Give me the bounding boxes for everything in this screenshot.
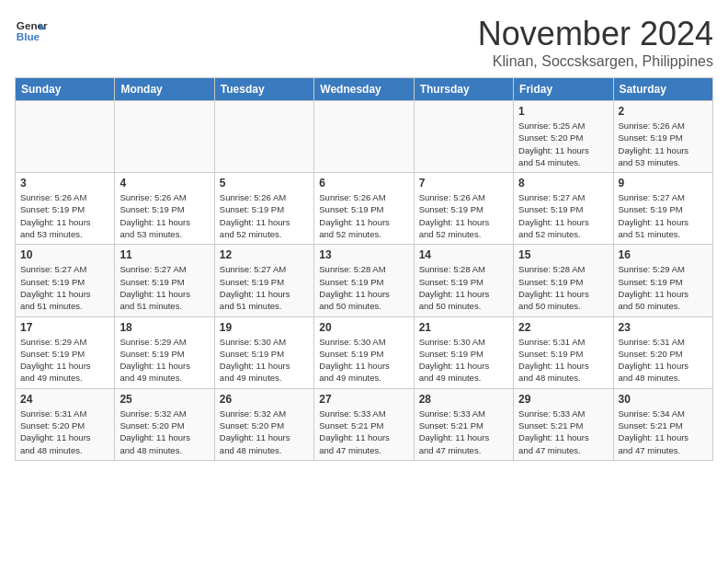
day-number: 15	[518, 248, 608, 261]
day-number: 21	[419, 321, 508, 334]
day-info: Sunrise: 5:33 AM Sunset: 5:21 PM Dayligh…	[319, 408, 408, 456]
week-row-4: 24Sunrise: 5:31 AM Sunset: 5:20 PM Dayli…	[16, 388, 713, 460]
day-info: Sunrise: 5:31 AM Sunset: 5:20 PM Dayligh…	[20, 408, 109, 456]
day-info: Sunrise: 5:26 AM Sunset: 5:19 PM Dayligh…	[419, 191, 508, 240]
day-number: 17	[20, 321, 109, 334]
day-info: Sunrise: 5:26 AM Sunset: 5:19 PM Dayligh…	[220, 191, 309, 240]
day-number: 23	[619, 321, 708, 334]
weekday-header-sunday: Sunday	[16, 78, 115, 101]
day-number: 10	[20, 248, 109, 261]
day-info: Sunrise: 5:27 AM Sunset: 5:19 PM Dayligh…	[20, 263, 109, 312]
calendar-cell: 14Sunrise: 5:28 AM Sunset: 5:19 PM Dayli…	[414, 245, 513, 316]
logo-icon: General Blue	[15, 15, 48, 48]
calendar-cell: 5Sunrise: 5:26 AM Sunset: 5:19 PM Daylig…	[214, 173, 313, 245]
calendar-cell: 19Sunrise: 5:30 AM Sunset: 5:19 PM Dayli…	[214, 316, 313, 388]
day-number: 30	[619, 393, 708, 406]
day-info: Sunrise: 5:33 AM Sunset: 5:21 PM Dayligh…	[419, 408, 508, 456]
calendar-cell: 6Sunrise: 5:26 AM Sunset: 5:19 PM Daylig…	[314, 173, 414, 245]
day-number: 29	[518, 393, 608, 406]
day-info: Sunrise: 5:27 AM Sunset: 5:19 PM Dayligh…	[220, 263, 309, 312]
week-row-0: 1Sunrise: 5:25 AM Sunset: 5:20 PM Daylig…	[16, 101, 713, 173]
day-info: Sunrise: 5:31 AM Sunset: 5:19 PM Dayligh…	[518, 336, 608, 385]
day-info: Sunrise: 5:28 AM Sunset: 5:19 PM Dayligh…	[518, 263, 608, 312]
calendar-cell	[115, 101, 214, 173]
weekday-header-friday: Friday	[514, 78, 613, 101]
calendar-cell: 7Sunrise: 5:26 AM Sunset: 5:19 PM Daylig…	[414, 173, 513, 245]
day-info: Sunrise: 5:34 AM Sunset: 5:21 PM Dayligh…	[619, 408, 708, 456]
calendar-cell: 26Sunrise: 5:32 AM Sunset: 5:20 PM Dayli…	[214, 388, 313, 460]
day-info: Sunrise: 5:26 AM Sunset: 5:19 PM Dayligh…	[20, 191, 109, 240]
calendar-cell: 1Sunrise: 5:25 AM Sunset: 5:20 PM Daylig…	[514, 101, 613, 173]
calendar-cell: 8Sunrise: 5:27 AM Sunset: 5:19 PM Daylig…	[514, 173, 613, 245]
day-number: 2	[619, 105, 708, 118]
calendar-cell: 22Sunrise: 5:31 AM Sunset: 5:19 PM Dayli…	[514, 316, 613, 388]
day-number: 18	[119, 321, 209, 334]
calendar-cell	[16, 101, 115, 173]
calendar-cell: 3Sunrise: 5:26 AM Sunset: 5:19 PM Daylig…	[16, 173, 115, 245]
day-info: Sunrise: 5:29 AM Sunset: 5:19 PM Dayligh…	[119, 336, 209, 385]
day-info: Sunrise: 5:27 AM Sunset: 5:19 PM Dayligh…	[119, 263, 209, 312]
day-number: 19	[220, 321, 309, 334]
day-info: Sunrise: 5:33 AM Sunset: 5:21 PM Dayligh…	[518, 408, 608, 456]
title-block: November 2024 Klinan, Soccsksargen, Phil…	[478, 15, 713, 70]
day-number: 28	[419, 393, 508, 406]
weekday-header-wednesday: Wednesday	[314, 78, 414, 101]
svg-text:Blue: Blue	[17, 30, 40, 42]
location-title: Klinan, Soccsksargen, Philippines	[478, 53, 713, 70]
calendar-cell: 20Sunrise: 5:30 AM Sunset: 5:19 PM Dayli…	[314, 316, 414, 388]
week-row-1: 3Sunrise: 5:26 AM Sunset: 5:19 PM Daylig…	[16, 173, 713, 245]
week-row-2: 10Sunrise: 5:27 AM Sunset: 5:19 PM Dayli…	[16, 245, 713, 316]
day-info: Sunrise: 5:28 AM Sunset: 5:19 PM Dayligh…	[319, 263, 408, 312]
day-number: 1	[518, 105, 608, 118]
day-number: 25	[119, 393, 209, 406]
day-info: Sunrise: 5:30 AM Sunset: 5:19 PM Dayligh…	[220, 336, 309, 385]
weekday-header-thursday: Thursday	[414, 78, 513, 101]
calendar-cell: 28Sunrise: 5:33 AM Sunset: 5:21 PM Dayli…	[414, 388, 513, 460]
calendar-cell	[414, 101, 513, 173]
day-info: Sunrise: 5:26 AM Sunset: 5:19 PM Dayligh…	[319, 191, 408, 240]
calendar-table: SundayMondayTuesdayWednesdayThursdayFrid…	[15, 77, 713, 461]
calendar-cell: 10Sunrise: 5:27 AM Sunset: 5:19 PM Dayli…	[16, 245, 115, 316]
day-number: 16	[619, 248, 708, 261]
calendar-cell	[214, 101, 313, 173]
weekday-header-monday: Monday	[115, 78, 214, 101]
logo: General Blue	[15, 15, 48, 48]
day-info: Sunrise: 5:31 AM Sunset: 5:20 PM Dayligh…	[619, 336, 708, 385]
calendar-cell: 11Sunrise: 5:27 AM Sunset: 5:19 PM Dayli…	[115, 245, 214, 316]
day-number: 5	[220, 177, 309, 190]
day-info: Sunrise: 5:29 AM Sunset: 5:19 PM Dayligh…	[619, 263, 708, 312]
day-info: Sunrise: 5:27 AM Sunset: 5:19 PM Dayligh…	[619, 191, 708, 240]
day-number: 26	[220, 393, 309, 406]
calendar-cell: 30Sunrise: 5:34 AM Sunset: 5:21 PM Dayli…	[613, 388, 712, 460]
calendar-cell: 25Sunrise: 5:32 AM Sunset: 5:20 PM Dayli…	[115, 388, 214, 460]
day-number: 24	[20, 393, 109, 406]
day-number: 14	[419, 248, 508, 261]
day-number: 22	[518, 321, 608, 334]
calendar-cell: 2Sunrise: 5:26 AM Sunset: 5:19 PM Daylig…	[613, 101, 712, 173]
calendar-cell: 16Sunrise: 5:29 AM Sunset: 5:19 PM Dayli…	[613, 245, 712, 316]
month-title: November 2024	[478, 15, 713, 53]
day-number: 12	[220, 248, 309, 261]
weekday-header-row: SundayMondayTuesdayWednesdayThursdayFrid…	[16, 78, 713, 101]
calendar-cell: 23Sunrise: 5:31 AM Sunset: 5:20 PM Dayli…	[613, 316, 712, 388]
calendar-cell: 27Sunrise: 5:33 AM Sunset: 5:21 PM Dayli…	[314, 388, 414, 460]
weekday-header-saturday: Saturday	[613, 78, 712, 101]
day-number: 13	[319, 248, 408, 261]
calendar-cell: 4Sunrise: 5:26 AM Sunset: 5:19 PM Daylig…	[115, 173, 214, 245]
day-info: Sunrise: 5:30 AM Sunset: 5:19 PM Dayligh…	[419, 336, 508, 385]
calendar-cell: 29Sunrise: 5:33 AM Sunset: 5:21 PM Dayli…	[514, 388, 613, 460]
day-info: Sunrise: 5:32 AM Sunset: 5:20 PM Dayligh…	[220, 408, 309, 456]
day-number: 6	[319, 177, 408, 190]
calendar-cell: 9Sunrise: 5:27 AM Sunset: 5:19 PM Daylig…	[613, 173, 712, 245]
day-number: 11	[119, 248, 209, 261]
day-info: Sunrise: 5:27 AM Sunset: 5:19 PM Dayligh…	[518, 191, 608, 240]
calendar-cell: 13Sunrise: 5:28 AM Sunset: 5:19 PM Dayli…	[314, 245, 414, 316]
day-info: Sunrise: 5:26 AM Sunset: 5:19 PM Dayligh…	[619, 120, 708, 168]
day-info: Sunrise: 5:25 AM Sunset: 5:20 PM Dayligh…	[518, 120, 608, 168]
day-info: Sunrise: 5:26 AM Sunset: 5:19 PM Dayligh…	[119, 191, 209, 240]
calendar-cell: 15Sunrise: 5:28 AM Sunset: 5:19 PM Dayli…	[514, 245, 613, 316]
calendar-cell: 24Sunrise: 5:31 AM Sunset: 5:20 PM Dayli…	[16, 388, 115, 460]
calendar-cell	[314, 101, 414, 173]
day-info: Sunrise: 5:29 AM Sunset: 5:19 PM Dayligh…	[20, 336, 109, 385]
day-info: Sunrise: 5:30 AM Sunset: 5:19 PM Dayligh…	[319, 336, 408, 385]
